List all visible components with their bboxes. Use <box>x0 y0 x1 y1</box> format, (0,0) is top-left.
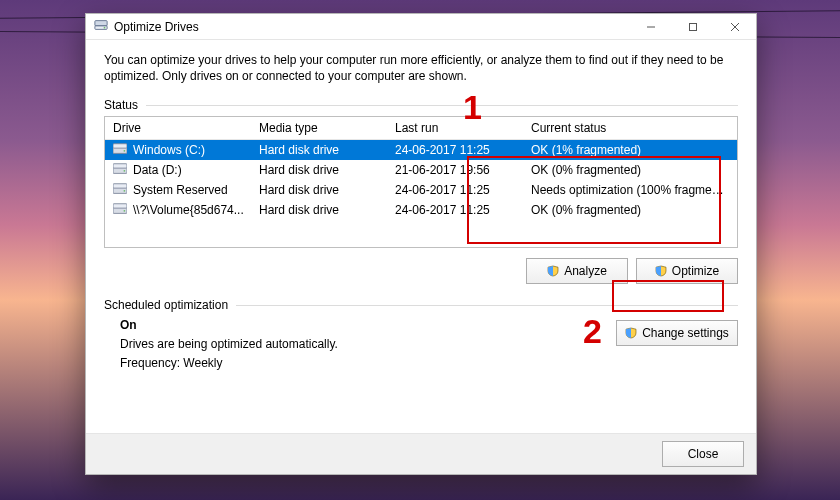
col-lastrun[interactable]: Last run <box>387 121 523 135</box>
window-title: Optimize Drives <box>114 20 199 34</box>
schedule-state: On <box>120 316 616 335</box>
drive-lastrun: 21-06-2017 19:56 <box>387 163 523 177</box>
drive-icon <box>113 203 127 218</box>
drive-name: System Reserved <box>133 183 228 197</box>
close-label: Close <box>688 447 719 461</box>
analyze-label: Analyze <box>564 264 607 278</box>
titlebar[interactable]: Optimize Drives <box>86 14 756 40</box>
dialog-bottom-bar: Close <box>86 433 756 474</box>
status-group-label: Status <box>104 98 138 112</box>
shield-icon <box>547 265 559 277</box>
drive-status: OK (0% fragmented) <box>523 163 737 177</box>
app-icon <box>94 18 108 35</box>
optimize-button[interactable]: Optimize <box>636 258 738 284</box>
drive-lastrun: 24-06-2017 11:25 <box>387 183 523 197</box>
svg-rect-8 <box>113 144 127 148</box>
drive-status: Needs optimization (100% fragmented) <box>523 183 737 197</box>
drive-icon <box>113 163 127 178</box>
drive-lastrun: 24-06-2017 11:25 <box>387 203 523 217</box>
change-settings-label: Change settings <box>642 326 729 340</box>
svg-point-15 <box>124 190 126 192</box>
schedule-freq: Frequency: Weekly <box>120 354 616 373</box>
drive-icon <box>113 143 127 158</box>
drive-name: \\?\Volume{85d674... <box>133 203 244 217</box>
svg-point-18 <box>124 210 126 212</box>
table-row[interactable]: Windows (C:)Hard disk drive24-06-2017 11… <box>105 140 737 160</box>
svg-point-9 <box>124 150 126 152</box>
schedule-msg: Drives are being optimized automatically… <box>120 335 616 354</box>
drive-lastrun: 24-06-2017 11:25 <box>387 143 523 157</box>
drive-icon <box>113 183 127 198</box>
col-drive[interactable]: Drive <box>105 121 251 135</box>
svg-rect-17 <box>113 204 127 208</box>
drive-name: Data (D:) <box>133 163 182 177</box>
optimize-drives-window: Optimize Drives You can optimize your dr… <box>85 13 757 475</box>
svg-rect-4 <box>690 23 697 30</box>
table-row[interactable]: System ReservedHard disk drive24-06-2017… <box>105 180 737 200</box>
change-settings-button[interactable]: Change settings <box>616 320 738 346</box>
col-status[interactable]: Current status <box>523 121 737 135</box>
maximize-button[interactable] <box>672 14 714 39</box>
table-row[interactable]: \\?\Volume{85d674...Hard disk drive24-06… <box>105 200 737 220</box>
svg-rect-14 <box>113 184 127 188</box>
drive-media: Hard disk drive <box>251 143 387 157</box>
minimize-button[interactable] <box>630 14 672 39</box>
listview-header[interactable]: Drive Media type Last run Current status <box>105 117 737 140</box>
drive-media: Hard disk drive <box>251 203 387 217</box>
col-media[interactable]: Media type <box>251 121 387 135</box>
analyze-button[interactable]: Analyze <box>526 258 628 284</box>
close-dialog-button[interactable]: Close <box>662 441 744 467</box>
drive-media: Hard disk drive <box>251 163 387 177</box>
close-button[interactable] <box>714 14 756 39</box>
drive-media: Hard disk drive <box>251 183 387 197</box>
drive-status: OK (1% fragmented) <box>523 143 737 157</box>
drive-status: OK (0% fragmented) <box>523 203 737 217</box>
drive-name: Windows (C:) <box>133 143 205 157</box>
table-row[interactable]: Data (D:)Hard disk drive21-06-2017 19:56… <box>105 160 737 180</box>
svg-point-12 <box>124 170 126 172</box>
drives-listview[interactable]: Drive Media type Last run Current status… <box>104 116 738 248</box>
svg-rect-0 <box>95 21 107 26</box>
svg-rect-11 <box>113 164 127 168</box>
scheduled-group-label: Scheduled optimization <box>104 298 228 312</box>
shield-icon <box>655 265 667 277</box>
optimize-label: Optimize <box>672 264 719 278</box>
intro-text: You can optimize your drives to help you… <box>104 52 738 84</box>
shield-icon <box>625 327 637 339</box>
svg-point-2 <box>104 27 106 29</box>
